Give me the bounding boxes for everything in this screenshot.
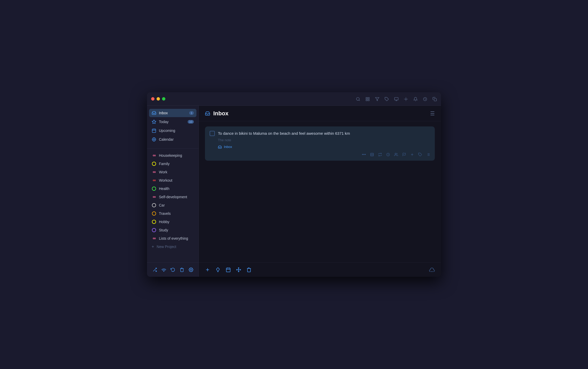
task-add-subtask-icon[interactable] [410,152,414,157]
car-icon [152,203,156,208]
sidebar-item-hobby[interactable]: Hobby [149,218,196,226]
search-icon[interactable] [356,96,360,101]
cloud-sync-icon[interactable] [429,267,435,272]
settings-icon[interactable] [186,265,195,274]
close-button[interactable] [151,97,155,101]
svg-rect-3 [368,97,369,99]
wifi-arc-icon[interactable] [159,265,168,274]
sidebar-item-health[interactable]: Health [149,185,196,193]
sidebar-projects: ∞ Housekeeping Family ∞ Work [147,150,199,262]
svg-point-29 [395,153,396,154]
filter-icon[interactable] [375,96,379,101]
new-project-button[interactable]: + New Project [149,243,196,251]
travels-icon [152,211,156,216]
task-checkbox[interactable] [210,131,215,136]
svg-point-20 [153,139,155,140]
sidebar-upcoming-label: Upcoming [159,129,194,133]
focus-icon[interactable] [404,96,408,101]
svg-rect-15 [152,129,156,133]
content-header: Inbox ☰ [199,106,441,121]
svg-rect-8 [394,97,398,100]
sidebar-item-travels[interactable]: Travels [149,210,196,217]
task-actions: ••• [210,152,430,157]
monitor-icon[interactable] [394,96,399,101]
task-assign-icon[interactable] [394,152,398,157]
sidebar-item-today[interactable]: Today 10 [149,118,196,126]
menu-icon[interactable]: ☰ [430,111,435,116]
sidebar-item-work[interactable]: ∞ Work [149,168,196,176]
task-list-icon[interactable] [426,152,430,157]
housekeeping-icon: ∞ [152,153,156,158]
sidebar-today-label: Today [159,120,185,124]
content-footer [199,262,441,277]
svg-rect-4 [366,100,367,101]
add-task-icon[interactable] [205,267,210,272]
health-label: Health [159,187,169,191]
task-flag-icon[interactable] [402,152,406,157]
diamond-icon[interactable] [215,267,220,272]
task-tag-icon[interactable] [418,152,422,157]
car-label: Car [159,203,165,207]
task-note: The note [218,138,430,142]
history-icon[interactable] [168,265,177,274]
health-icon [152,186,156,191]
footer-calendar-icon[interactable] [226,267,231,272]
traffic-lights [151,97,165,101]
sidebar-item-study[interactable]: Study [149,226,196,234]
lists-of-everything-icon: ∞ [152,236,156,241]
titlebar [147,92,441,106]
inbox-icon [152,111,156,115]
study-label: Study [159,228,168,232]
trash-sidebar-icon[interactable] [177,265,186,274]
content-body: To dance in bikini to Maluma on the beac… [199,121,441,262]
toolbar [356,96,437,101]
sidebar-item-car[interactable]: Car [149,201,196,209]
housekeeping-label: Housekeeping [159,153,182,158]
study-icon [152,228,156,232]
svg-rect-25 [371,153,373,156]
family-label: Family [159,162,170,166]
svg-marker-6 [375,97,379,101]
fullscreen-button[interactable] [162,97,165,101]
today-badge: 10 [188,120,194,124]
sidebar-item-lists-of-everything[interactable]: ∞ Lists of everything [149,235,196,242]
svg-rect-13 [434,98,436,101]
copy-icon[interactable] [432,96,437,101]
svg-point-11 [405,98,406,100]
timer-icon[interactable] [423,96,427,101]
task-card: To dance in bikini to Maluma on the beac… [205,126,435,161]
self-development-icon: ∞ [152,195,156,199]
sidebar: Inbox 1 Today 10 [147,106,199,277]
work-icon: ∞ [152,170,156,174]
new-project-label: New Project [157,245,176,249]
bell-icon[interactable] [413,96,418,101]
minimize-button[interactable] [157,97,160,101]
sidebar-inbox-label: Inbox [159,111,187,115]
sidebar-item-calendar[interactable]: Calendar [149,135,196,144]
svg-rect-43 [226,268,230,272]
svg-marker-42 [216,268,219,272]
grid-icon[interactable] [365,96,370,101]
inbox-badge: 1 [189,111,194,115]
sidebar-item-family[interactable]: Family [149,160,196,168]
task-more-icon[interactable]: ••• [362,152,366,157]
task-due-date-icon[interactable] [386,152,390,157]
task-card-view-icon[interactable] [370,152,374,157]
sidebar-item-self-development[interactable]: ∞ Self-development [149,193,196,201]
page-title: Inbox [213,110,229,117]
sidebar-item-housekeeping[interactable]: ∞ Housekeeping [149,152,196,159]
sidebar-item-workout[interactable]: ∞ Workout [149,176,196,184]
sidebar-item-upcoming[interactable]: Upcoming [149,126,196,135]
task-repeat-icon[interactable] [378,152,382,157]
svg-rect-2 [366,97,367,99]
shuffle-icon[interactable] [150,265,159,274]
svg-point-24 [190,269,192,270]
sidebar-item-inbox[interactable]: Inbox 1 [149,109,196,117]
tag-icon[interactable] [385,96,389,101]
app-window: Inbox 1 Today 10 [147,92,441,277]
footer-trash-icon[interactable] [246,267,252,272]
family-icon [152,161,156,166]
task-project-inbox-icon [218,145,222,149]
move-icon[interactable] [236,267,241,272]
svg-point-0 [356,97,359,100]
